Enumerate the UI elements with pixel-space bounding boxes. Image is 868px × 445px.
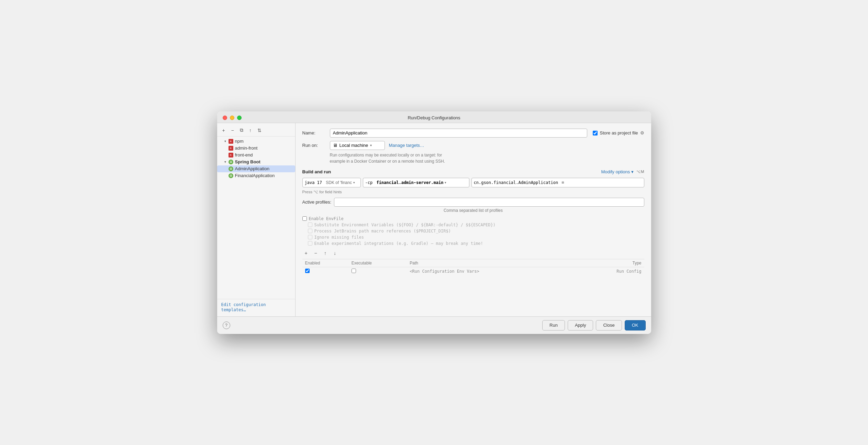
main-class-browse-button[interactable]: ⊞ [559,179,566,186]
run-on-dropdown[interactable]: 🖥 Local machine ▾ [330,141,385,150]
local-machine-icon: 🖥 [333,143,337,148]
help-button[interactable]: ? [223,322,230,329]
sdk-chevron: ▾ [353,181,355,184]
manage-targets-link[interactable]: Manage targets… [389,143,424,148]
envfile-label: Enable EnvFile [309,216,344,221]
info-line1: Run configurations may be executed local… [330,153,442,158]
store-project-label: Store as project file [600,130,638,135]
build-run-fields: java 17 SDK of 'financ ▾ -cp financial.a… [302,178,644,187]
row-type: Run Config [576,267,644,275]
name-input[interactable] [330,129,588,138]
add-config-button[interactable]: + [220,127,227,134]
spring-boot-label: Spring Boot [235,159,260,164]
sdk-suffix: SDK of 'financ [326,180,352,185]
financial-application-label: FinancialApplication [235,173,275,178]
row-executable-checkbox[interactable] [352,269,356,273]
gear-icon[interactable]: ⚙ [640,130,644,135]
run-on-value: Local machine [340,143,368,148]
run-on-chevron: ▾ [370,143,372,147]
col-enabled: Enabled [302,259,349,267]
modify-options-button[interactable]: Modify options ▾ ⌥M [601,169,644,174]
envfile-table: Enabled Executable Path Type [302,259,644,275]
ignore-missing-checkbox[interactable] [308,235,312,239]
sort-configs-button[interactable]: ⇅ [256,127,263,134]
run-on-label: Run on: [302,143,330,148]
cp-dropdown[interactable]: -cp financial.admin-server.main ▾ [363,178,469,187]
envfile-up-button[interactable]: ↑ [322,249,329,257]
maximize-window-button[interactable] [237,116,242,120]
spring-boot-expand-arrow: ▾ [223,159,228,165]
copy-config-button[interactable]: ⧉ [238,127,245,134]
col-executable: Executable [349,259,407,267]
sidebar-item-admin-front[interactable]: n admin-front [217,145,295,152]
admin-application-label: AdminApplication [235,166,269,171]
name-label: Name: [302,130,330,135]
close-window-button[interactable] [223,116,227,120]
npm-expand-arrow: ▾ [223,139,228,144]
enable-envfile-checkbox[interactable] [302,216,307,221]
sidebar-item-npm[interactable]: ▾ n npm [217,138,295,145]
enable-experimental-checkbox[interactable] [308,241,312,246]
envfile-add-button[interactable]: + [302,249,310,257]
close-button[interactable]: Close [596,320,622,330]
store-project-checkbox[interactable] [593,131,598,135]
envfile-remove-button[interactable]: − [312,249,320,257]
edit-templates-link[interactable]: Edit configuration templates… [221,302,266,312]
row-path: <Run Configuration Env Vars> [407,267,576,275]
sidebar-item-admin-application[interactable]: ♻ AdminApplication [217,165,295,172]
main-class-value: cn.gson.financial.AdminApplication [474,180,558,185]
front-end-label: front-end [235,152,253,158]
main-content: + − ⧉ ↑ ⇅ ▾ n npm n [217,123,651,316]
spring-boot-icon: ♻ [228,159,234,165]
sdk-label: java 17 [305,180,325,185]
apply-button[interactable]: Apply [568,320,593,330]
financial-app-spring-icon: ♻ [228,173,234,178]
build-run-title: Build and run [302,169,331,174]
name-row: Name: Store as project file ⚙ [302,129,644,138]
active-profiles-row: Active profiles: [302,198,644,207]
sidebar-item-financial-application[interactable]: ♻ FinancialApplication [217,172,295,179]
sidebar-item-spring-boot[interactable]: ▾ ♻ Spring Boot [217,159,295,165]
run-button[interactable]: Run [542,320,565,330]
run-on-row: Run on: 🖥 Local machine ▾ Manage targets… [302,141,644,150]
ok-button[interactable]: OK [625,320,646,330]
build-run-section-header: Build and run Modify options ▾ ⌥M [302,169,644,174]
modify-options-label: Modify options [601,169,630,174]
ignore-missing-row: Ignore missing files [302,235,644,240]
enable-experimental-label: Enable experimental integrations (e.g. G… [314,241,483,246]
right-panel: Name: Store as project file ⚙ Run on: 🖥 … [296,123,651,316]
run-on-info: Run configurations may be executed local… [302,152,644,164]
process-jetbrains-row: Process JetBrains path macro references … [302,229,644,234]
info-line2: example in a Docker Container or on a re… [330,159,445,164]
title-bar: Run/Debug Configurations [217,111,651,123]
minimize-window-button[interactable] [230,116,234,120]
remove-config-button[interactable]: − [229,127,236,134]
row-enabled [302,267,349,275]
npm-label: npm [235,139,244,144]
substitute-env-checkbox[interactable] [308,222,312,227]
sub-env-row: Substitute Environment Variables (${FOO}… [302,222,644,227]
process-jetbrains-checkbox[interactable] [308,229,312,233]
cp-module: financial.admin-server.main [376,180,443,185]
envfile-down-button[interactable]: ↓ [331,249,339,257]
envfile-section: Enable EnvFile Substitute Environment Va… [302,216,644,275]
active-profiles-input[interactable] [334,198,644,207]
admin-front-label: admin-front [235,145,258,151]
bottom-left: ? [223,322,230,329]
move-config-up-button[interactable]: ↑ [247,127,254,134]
store-project-row: Store as project file ⚙ [593,130,644,135]
admin-front-npm-icon: n [228,145,234,151]
sub-env-label: Substitute Environment Variables (${FOO}… [314,222,496,227]
envfile-checkbox-row: Enable EnvFile [302,216,644,221]
front-end-npm-icon: n [228,152,234,158]
bottom-right: Run Apply Close OK [542,320,645,330]
admin-app-spring-icon: ♻ [228,166,234,172]
profiles-hint: Comma separated list of profiles [302,208,644,213]
sdk-dropdown[interactable]: java 17 SDK of 'financ ▾ [302,178,361,187]
sidebar-footer: Edit configuration templates… [217,299,295,315]
sidebar-tree: ▾ n npm n admin-front n front-en [217,137,295,299]
active-profiles-label: Active profiles: [302,199,332,205]
sidebar-item-front-end[interactable]: n front-end [217,152,295,159]
sidebar-toolbar: + − ⧉ ↑ ⇅ [217,124,295,137]
row-enabled-checkbox[interactable] [305,269,310,273]
